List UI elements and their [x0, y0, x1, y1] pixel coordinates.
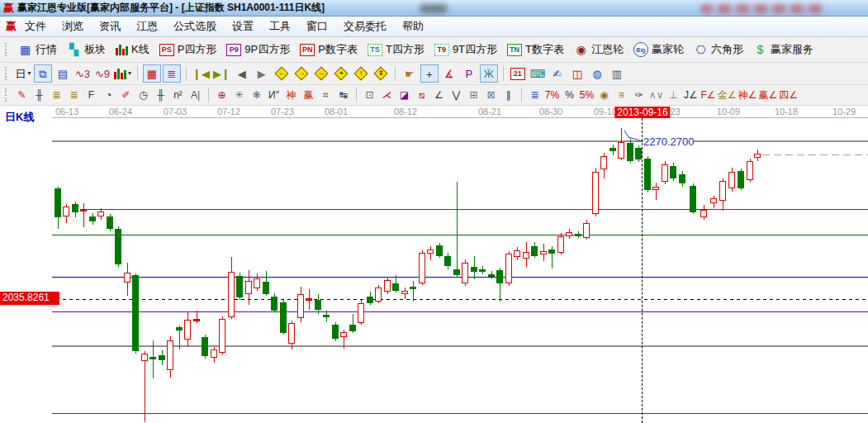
winner-service-icon: $ [753, 43, 767, 56]
gold-ruler-2-icon[interactable]: ≣ [65, 87, 83, 103]
v-waves-icon[interactable]: ⋁ [448, 87, 465, 103]
gann-p-tool-icon[interactable]: P [460, 64, 478, 83]
calendar-icon[interactable]: 21 [509, 64, 527, 83]
multi-window-icon[interactable]: ⧉ [34, 64, 52, 83]
notes-icon[interactable]: ✍ [548, 64, 567, 83]
candlestick [635, 148, 642, 159]
pattern-tool-icon[interactable]: Ӝ [480, 64, 498, 83]
wave-9-icon[interactable]: ∿9 [93, 64, 111, 83]
fan-box-icon[interactable]: ◪ [396, 87, 413, 103]
menu-item-交易委托[interactable]: 交易委托 [344, 19, 387, 34]
candle-style-dropdown-icon[interactable]: ▾ [113, 64, 132, 83]
f-angle-icon[interactable]: F∠ [700, 87, 717, 103]
menu-item-江恩[interactable]: 江恩 [136, 19, 158, 34]
crosshair-icon[interactable]: ＋ [420, 64, 439, 83]
grid-box-2-icon[interactable]: ⊠ [482, 87, 500, 103]
diamond-left-icon[interactable]: ← [273, 64, 291, 83]
next-page-icon[interactable]: ▶ [253, 64, 271, 83]
sectors-button[interactable]: ▚板块 [62, 40, 111, 59]
diamond-all-icon[interactable]: ⇕ [372, 64, 390, 83]
workstation-icon[interactable]: ▥ [608, 64, 626, 83]
gold-level-icon[interactable]: ≡ [613, 87, 630, 103]
gold-circle-icon[interactable]: ◉ [595, 87, 613, 103]
measure-pencil-icon[interactable]: ✐ [117, 87, 135, 103]
f-ruler-icon[interactable]: F [83, 87, 100, 103]
period-dropdown-icon[interactable]: 日▾ [14, 64, 32, 83]
span-arrows-icon[interactable]: ↹ [334, 87, 352, 103]
wave-3-icon[interactable]: ∿3 [74, 64, 92, 83]
gann-ticks-icon[interactable]: ╫ [31, 87, 48, 103]
kline-button[interactable]: K线 [111, 40, 154, 59]
menu-item-工具[interactable]: 工具 [269, 19, 291, 34]
save-icon[interactable]: ◫ [568, 64, 586, 83]
angle-rays-icon[interactable]: ∠ [430, 87, 448, 103]
diamond-lr-icon[interactable]: ↔ [312, 64, 330, 83]
diamond-plus-icon[interactable]: + [332, 64, 350, 83]
save-web-icon[interactable]: ◍ [588, 64, 606, 83]
price-ladder-icon[interactable]: ≣ [526, 87, 543, 103]
shen-angle-icon[interactable]: 神∠ [738, 87, 758, 103]
grid-box-1-icon[interactable]: ⊞ [465, 87, 482, 103]
menu-item-帮助[interactable]: 帮助 [402, 19, 424, 34]
j-angle-icon[interactable]: J∠ [682, 87, 700, 103]
menu-item-设置[interactable]: 设置 [232, 19, 254, 34]
t-number-table-button[interactable]: TNT数字表 [502, 40, 569, 59]
kline-chart[interactable]: 日K线 2035.8261 2270.2700 06-1306-2407-030… [0, 106, 868, 423]
a-mirror-icon[interactable]: A| [187, 87, 204, 103]
draw-pencil-icon[interactable]: ✎ [13, 87, 31, 103]
ying-tool-icon[interactable]: 赢 [300, 87, 317, 103]
quotes-button[interactable]: ▦行情 [13, 40, 62, 59]
wave-mark-icon[interactable]: И″ [265, 87, 282, 103]
gann-wheel-button[interactable]: ◉江恩轮 [569, 40, 628, 59]
calculator-icon[interactable]: ⌨ [529, 64, 547, 83]
five-percent-icon[interactable]: 5% [578, 87, 595, 103]
gann-grid-icon[interactable]: ▦ [143, 64, 161, 83]
hexagon-button[interactable]: ⎔六角形 [689, 40, 748, 59]
winner-service-button[interactable]: $赢家服务 [748, 40, 818, 59]
winner-wheel-button[interactable]: Big赢家轮 [628, 40, 689, 59]
diamond-right-icon[interactable]: → [292, 64, 311, 83]
info-document-icon[interactable]: ▤ [54, 64, 72, 83]
seven-percent-icon[interactable]: 7% [543, 87, 561, 103]
web-star-2-icon[interactable]: ❋ [248, 87, 265, 103]
four-angle-icon[interactable]: 四∠ [778, 87, 799, 103]
menu-item-资讯[interactable]: 资讯 [99, 19, 121, 34]
n-squared-icon[interactable]: n² [169, 87, 187, 103]
parallel-lines-icon[interactable]: ∥ [500, 87, 517, 103]
last-page-icon[interactable]: ▶❙ [212, 64, 231, 83]
fan-lines-icon[interactable]: ⋌ [378, 87, 396, 103]
percent-icon[interactable]: % [561, 87, 578, 103]
9t-square-button[interactable]: T99T四方形 [429, 40, 502, 59]
9p-square-button[interactable]: P99P四方形 [221, 40, 295, 59]
t-square-button[interactable]: TST四方形 [363, 40, 429, 59]
time-circle-icon[interactable]: ◷ [135, 87, 152, 103]
candle-pencil-icon[interactable]: ✑ [630, 87, 647, 103]
gold-support-icon[interactable]: ⊥ [665, 87, 682, 103]
menu-item-浏览[interactable]: 浏览 [62, 19, 83, 34]
pan-hand-icon[interactable]: ☛ [401, 64, 419, 83]
price-dashed-line [56, 299, 868, 300]
diagonal-box-icon[interactable]: ⧅ [413, 87, 430, 103]
9t-square-label: 9T四方形 [453, 42, 497, 57]
p-square-button[interactable]: PSP四方形 [154, 40, 222, 59]
box-tool-icon[interactable]: ⊡ [361, 87, 378, 103]
ying-angle-icon[interactable]: 赢∠ [758, 87, 779, 103]
prev-page-icon[interactable]: ◀ [233, 64, 251, 83]
chip-distribution-icon[interactable]: ≣ [163, 64, 181, 83]
gold-ruler-1-icon[interactable]: ≣ [48, 87, 65, 103]
shen-tool-icon[interactable]: 神 [282, 87, 300, 103]
first-page-icon[interactable]: ❙◀ [192, 64, 211, 83]
gold-angle-icon[interactable]: 金∠ [717, 87, 738, 103]
diamond-ud-icon[interactable]: ↕ [352, 64, 370, 83]
ruler-123-icon[interactable]: ⌗ [317, 87, 334, 103]
p-number-table-button[interactable]: PNP数字表 [295, 40, 363, 59]
av-wave-icon[interactable]: ∧∨ [647, 87, 665, 103]
menu-item-窗口[interactable]: 窗口 [306, 19, 328, 34]
spiral-icon[interactable]: ◔ [100, 87, 117, 103]
angle-measure-icon[interactable]: ∡ [440, 64, 458, 83]
circle-target-icon[interactable]: ⊕ [213, 87, 230, 103]
menu-item-文件[interactable]: 文件 [25, 19, 46, 34]
menu-item-公式选股[interactable]: 公式选股 [173, 19, 216, 34]
web-star-1-icon[interactable]: ✳ [230, 87, 248, 103]
tick-ruler-icon[interactable]: ╫ [152, 87, 169, 103]
